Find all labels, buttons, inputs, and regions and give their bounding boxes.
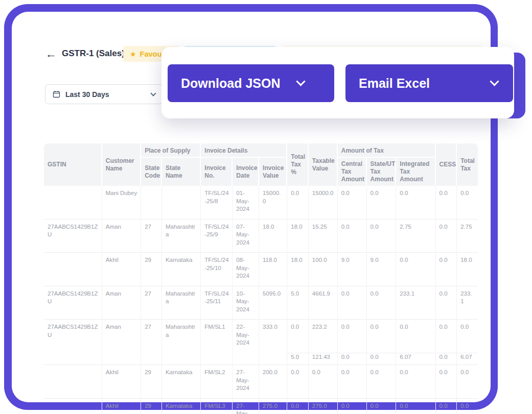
table-cell: 0.0 xyxy=(396,320,435,353)
table-cell: 27 xyxy=(141,286,162,320)
table-cell: Maharashtra xyxy=(162,320,201,353)
column-subheader: Invoice Date xyxy=(233,158,259,186)
table-cell: 27-May-2024 xyxy=(233,399,259,414)
back-arrow-icon[interactable]: ← xyxy=(45,47,57,61)
table-cell: 01-May-2024 xyxy=(233,186,259,220)
table-cell: 15000.0 xyxy=(259,186,287,220)
table-cell: 0.0 xyxy=(436,286,457,320)
table-row: 27AABCS1429B1ZUAman27MaharashtraTF/SL/24… xyxy=(44,220,478,253)
table-cell: Karnataka xyxy=(162,399,201,414)
table-cell: 29 xyxy=(141,399,162,414)
table-cell: Aman xyxy=(102,220,141,253)
column-header: Invoice Details xyxy=(201,143,287,158)
chevron-down-icon xyxy=(150,90,156,96)
table-cell: 27-May-2024 xyxy=(233,365,259,399)
email-excel-label: Email Excel xyxy=(359,76,430,91)
table-cell: 27AABCS1429B1ZU xyxy=(44,220,102,253)
table-cell: 0.0 xyxy=(367,399,397,414)
table-cell: 18.0 xyxy=(259,220,287,253)
table-cell: Akhil xyxy=(102,253,141,286)
column-subheader: State Code xyxy=(141,158,162,186)
table-cell: 121.43 xyxy=(309,353,338,366)
table-cell: 2.75 xyxy=(396,220,435,253)
date-range-value: Last 30 Days xyxy=(65,90,146,99)
table-cell: 0.0 xyxy=(287,320,309,353)
table-row: Akhil29KarnatakaFM/SL327-May-2024275.00.… xyxy=(44,399,478,414)
table-cell xyxy=(141,186,162,220)
table-cell: 29 xyxy=(141,365,162,399)
table-cell: 2.75 xyxy=(457,220,478,253)
table-cell: FM/SL2 xyxy=(201,365,233,399)
table-cell: 0.0 xyxy=(367,320,397,353)
table-cell xyxy=(44,353,102,366)
table-cell xyxy=(44,399,102,414)
table-cell: 0.0 xyxy=(457,186,478,220)
table-cell: 0.0 xyxy=(457,320,478,353)
table-row: 5.0121.430.00.06.070.06.07 xyxy=(44,353,478,366)
table-cell: 0.0 xyxy=(396,186,435,220)
date-range-select[interactable]: Last 30 Days xyxy=(45,84,163,104)
column-subheader: State/UT Tax Amount xyxy=(367,158,397,186)
table-cell: 10-May-2024 xyxy=(233,286,259,320)
table-cell: TF/SL/24-25/8 xyxy=(201,186,233,220)
gstr1-report-table-container: GSTINCustomer NamePlace of SupplyInvoice… xyxy=(44,143,478,414)
column-header: GSTIN xyxy=(44,143,102,186)
table-cell: 6.07 xyxy=(396,353,435,366)
column-header: Taxable Value xyxy=(309,143,338,186)
table-cell: 27AABCS1429B1ZU xyxy=(44,320,102,353)
email-excel-button[interactable]: Email Excel xyxy=(345,64,513,102)
table-cell xyxy=(44,186,102,220)
table-cell: 0.0 xyxy=(309,365,338,399)
table-cell: 200.0 xyxy=(259,365,287,399)
table-cell: 0.0 xyxy=(436,220,457,253)
table-cell xyxy=(44,365,102,399)
table-cell: 15000.0 xyxy=(309,186,338,220)
table-cell: Aman xyxy=(102,286,141,320)
chevron-down-icon xyxy=(490,77,499,86)
table-cell: 0.0 xyxy=(457,365,478,399)
table-cell xyxy=(233,353,259,366)
table-cell: 18.0 xyxy=(287,220,309,253)
table-cell: 4661.9 xyxy=(309,286,338,320)
star-icon: ★ xyxy=(130,50,136,58)
table-cell: Akhil xyxy=(102,399,141,414)
table-cell: 6.07 xyxy=(457,353,478,366)
table-row: Mani DubeyTF/SL/24-25/801-May-202415000.… xyxy=(44,186,478,220)
table-cell: 0.0 xyxy=(367,286,397,320)
table-cell: 333.0 xyxy=(259,320,287,353)
table-cell: TF/SL/24-25/11 xyxy=(201,286,233,320)
table-cell: Aman xyxy=(102,320,141,353)
table-cell: 0.0 xyxy=(287,186,309,220)
table-cell: 0.0 xyxy=(287,365,309,399)
table-cell: 5.0 xyxy=(287,286,309,320)
table-cell: TF/SL/24-25/9 xyxy=(201,220,233,253)
table-cell: 0.0 xyxy=(367,365,397,399)
table-row: 27AABCS1429B1ZUAman27MaharashtraTF/SL/24… xyxy=(44,286,478,320)
table-cell: 0.0 xyxy=(457,399,478,414)
table-cell: 22-May-2024 xyxy=(233,320,259,353)
table-cell: 233.1 xyxy=(457,286,478,320)
table-cell: 0.0 xyxy=(436,253,457,286)
table-cell: 0.0 xyxy=(396,399,435,414)
table-cell: 18.0 xyxy=(457,253,478,286)
table-row: 27AABCS1429B1ZUAman27MaharashtraFM/SL122… xyxy=(44,320,478,353)
table-cell: 0.0 xyxy=(396,365,435,399)
table-cell: Maharashtra xyxy=(162,286,201,320)
table-cell: 27 xyxy=(141,220,162,253)
table-cell: 0.0 xyxy=(436,353,457,366)
column-subheader: Invoice No. xyxy=(201,158,233,186)
table-cell: 0.0 xyxy=(367,220,397,253)
download-json-button[interactable]: Download JSON xyxy=(168,64,334,102)
table-cell: 18.0 xyxy=(287,253,309,286)
table-cell: 15.25 xyxy=(309,220,338,253)
column-subheader: Central Tax Amount xyxy=(338,158,367,186)
table-cell: 275.0 xyxy=(259,399,287,414)
table-cell: 9.0 xyxy=(338,253,367,286)
table-cell: 27 xyxy=(141,320,162,353)
table-cell: 233.1 xyxy=(396,286,435,320)
table-cell: 0.0 xyxy=(338,320,367,353)
table-cell: 29 xyxy=(141,253,162,286)
table-cell: 275.0 xyxy=(309,399,338,414)
table-cell: 0.0 xyxy=(367,186,397,220)
table-cell: 0.0 xyxy=(436,186,457,220)
